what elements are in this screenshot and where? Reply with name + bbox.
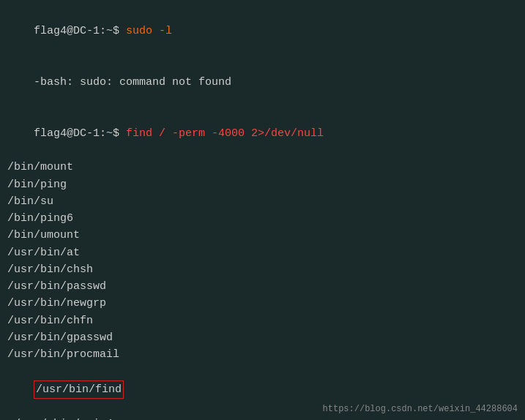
- path-usr-bin-procmail: /usr/bin/procmail: [7, 346, 518, 363]
- line-3: flag4@DC-1:~$ find / -perm -4000 2>/dev/…: [7, 108, 518, 160]
- path-usr-bin-at: /usr/bin/at: [7, 244, 518, 261]
- error-output: -bash: sudo: command not found: [34, 76, 231, 89]
- path-bin-su: /bin/su: [7, 193, 518, 210]
- path-bin-ping: /bin/ping: [7, 176, 518, 193]
- path-usr-bin-chfn: /usr/bin/chfn: [7, 312, 518, 329]
- path-bin-ping6: /bin/ping6: [7, 210, 518, 227]
- path-usr-bin-gpasswd: /usr/bin/gpasswd: [7, 329, 518, 346]
- prompt-1: flag4@DC-1:~$: [34, 25, 126, 37]
- cmd-sudo: sudo -l: [126, 25, 172, 37]
- watermark: https://blog.csdn.net/weixin_44288604: [323, 404, 518, 414]
- line-error: -bash: sudo: command not found: [7, 57, 518, 108]
- terminal-window: flag4@DC-1:~$ sudo -l -bash: sudo: comma…: [0, 0, 525, 420]
- cmd-find: find / -perm -4000 2>/dev/null: [126, 127, 324, 140]
- prompt-2: flag4@DC-1:~$: [34, 127, 126, 140]
- highlighted-find-path: /usr/bin/find: [34, 380, 124, 399]
- path-usr-sbin-exim4: /usr/sbin/exim4: [7, 416, 518, 420]
- path-bin-mount: /bin/mount: [7, 159, 518, 176]
- path-usr-bin-newgrp: /usr/bin/newgrp: [7, 295, 518, 312]
- line-1: flag4@DC-1:~$ sudo -l: [7, 6, 518, 57]
- path-usr-bin-passwd: /usr/bin/passwd: [7, 278, 518, 295]
- path-bin-umount: /bin/umount: [7, 227, 518, 244]
- path-usr-bin-chsh: /usr/bin/chsh: [7, 261, 518, 278]
